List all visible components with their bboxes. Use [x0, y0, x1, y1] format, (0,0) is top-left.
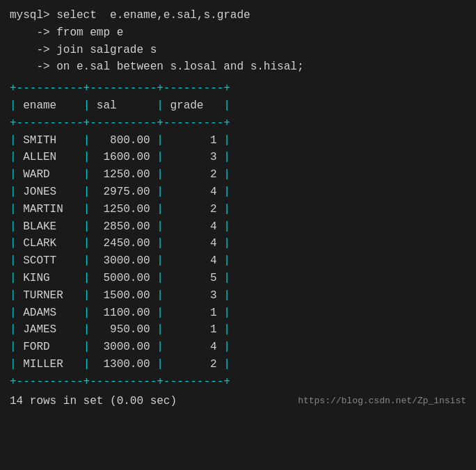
footer: 14 rows in set (0.00 sec) https://blog.c…	[10, 395, 466, 407]
top-separator: +----------+----------+---------+	[10, 80, 466, 97]
row-miller: | MILLER | 1300.00 | 2 |	[10, 356, 466, 373]
row-king: | KING | 5000.00 | 5 |	[10, 270, 466, 287]
result-table: +----------+----------+---------+ | enam…	[10, 80, 466, 390]
row-blake: | BLAKE | 2850.00 | 4 |	[10, 218, 466, 236]
row-scott: | SCOTT | 3000.00 | 4 |	[10, 252, 466, 270]
table-header: | ename | sal | grade |	[10, 97, 466, 115]
row-clark: | CLARK | 2450.00 | 4 |	[10, 235, 466, 252]
header-separator: +----------+----------+---------+	[10, 115, 466, 132]
row-adams: | ADAMS | 1100.00 | 1 |	[10, 305, 466, 322]
row-smith: | SMITH | 800.00 | 1 |	[10, 132, 466, 149]
terminal-window: mysql> select e.ename,e.sal,s.grade -> f…	[10, 7, 466, 407]
row-ward: | WARD | 1250.00 | 2 |	[10, 166, 466, 184]
bottom-separator: +----------+----------+---------+	[10, 373, 466, 391]
row-jones: | JONES | 2975.00 | 4 |	[10, 184, 466, 201]
row-martin: | MARTIN | 1250.00 | 2 |	[10, 201, 466, 218]
row-allen: | ALLEN | 1600.00 | 3 |	[10, 149, 466, 166]
row-james: | JAMES | 950.00 | 1 |	[10, 321, 466, 339]
row-turner: | TURNER | 1500.00 | 3 |	[10, 287, 466, 305]
row-count: 14 rows in set (0.00 sec)	[10, 395, 177, 407]
query-block: mysql> select e.ename,e.sal,s.grade -> f…	[10, 7, 466, 76]
row-ford: | FORD | 3000.00 | 4 |	[10, 339, 466, 356]
attribution: https://blog.csdn.net/Zp_insist	[298, 396, 466, 406]
